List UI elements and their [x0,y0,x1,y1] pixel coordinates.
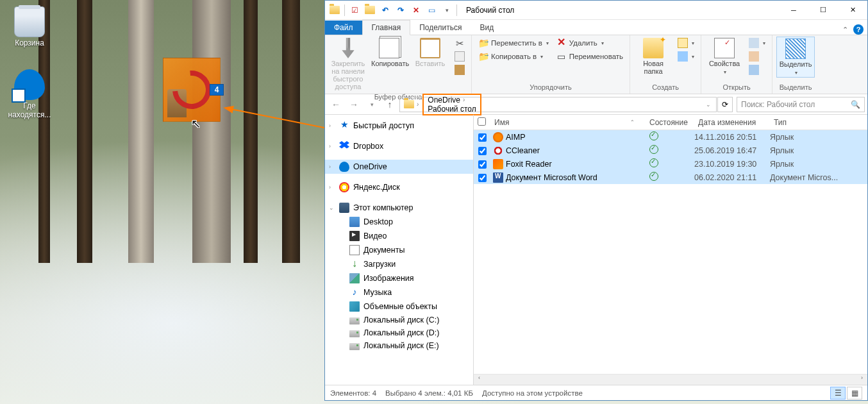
column-type[interactable]: Тип [770,118,867,127]
file-row[interactable]: AIMP14.11.2016 20:51Ярлык [474,130,867,144]
minimize-button[interactable]: ─ [779,1,808,20]
copy-to-button[interactable]: Копировать в▾ [476,50,551,63]
qat-redo[interactable]: ↷ [394,3,408,17]
row-checkbox[interactable] [474,159,490,168]
nav-forward-button[interactable]: → [346,96,362,113]
pin-icon [338,38,358,58]
copy-button[interactable]: Копировать [370,37,408,69]
scroll-left-button[interactable]: ‹ [474,375,485,385]
breadcrumb-root[interactable]: › [401,100,422,108]
nav-videos[interactable]: Видео [325,229,473,243]
breadcrumb-desktop[interactable]: Рабочий стол [425,105,478,114]
nav-pictures[interactable]: Изображения [325,271,473,285]
synced-icon [649,158,658,167]
nav-this-pc[interactable]: ⌄Этот компьютер [325,201,473,215]
address-dropdown-icon[interactable]: ⌄ [702,101,715,108]
file-type: Документ Micros... [770,173,867,182]
nav-desktop[interactable]: Desktop [325,215,473,229]
qat-rename[interactable]: ▭ [424,3,438,17]
ribbon-collapse-icon[interactable]: ⌃ [842,26,848,34]
file-row[interactable]: Документ Microsoft Word06.02.2020 21:11Д… [474,171,867,184]
history-button[interactable] [746,63,768,76]
view-icons-button[interactable]: ▦ [847,387,862,400]
nav-documents[interactable]: Документы [325,243,473,257]
column-name[interactable]: Имя⌃ [490,118,646,127]
row-checkbox[interactable] [474,146,490,155]
qat-new-folder[interactable] [363,3,377,17]
copy-path-button[interactable] [452,50,467,63]
maximize-button[interactable]: ☐ [808,1,838,20]
view-details-button[interactable]: ☰ [830,387,846,400]
file-list[interactable]: AIMP14.11.2016 20:51ЯрлыкCCleaner25.06.2… [474,130,867,374]
pin-to-quick-access-button[interactable]: Закрепить на панели быстрого доступа [329,37,367,92]
properties-button[interactable]: Свойства▾ [705,37,744,76]
search-input[interactable]: Поиск: Рабочий стол 🔍 [737,97,865,112]
easy-access-button[interactable]: ▾ [675,50,697,63]
titlebar[interactable]: ☑ ↶ ↷ ✕ ▭ ▾ Рабочий стол ─ ☐ ✕ [325,1,867,20]
nav-drive-e[interactable]: Локальный диск (E:) [325,339,473,352]
nav-drive-c[interactable]: Локальный диск (C:) [325,314,473,326]
rename-button[interactable]: ▭Переименовать [554,50,626,63]
paste-shortcut-button[interactable] [452,63,467,76]
new-item-button[interactable]: ▾ [675,37,697,49]
open-button[interactable]: ▾ [746,37,768,49]
row-checkbox[interactable] [474,132,490,141]
nav-quick-access[interactable]: ›★Быстрый доступ [325,119,473,133]
scissors-icon: ✂ [455,38,465,48]
move-to-button[interactable]: Переместить в▾ [476,37,551,49]
breadcrumb-onedrive[interactable]: OneDrive› [425,96,478,105]
file-state [646,158,694,169]
column-state[interactable]: Состояние [646,118,694,127]
select-button[interactable]: Выделить▾ [776,37,815,78]
desktop-icon-label: Где находятся... [5,101,54,119]
paste-button[interactable]: Вставить [411,37,449,69]
nav-yandex-disk[interactable]: ›Яндекс.Диск [325,180,473,194]
file-explorer-window: ☑ ↶ ↷ ✕ ▭ ▾ Рабочий стол ─ ☐ ✕ Файл Глав… [324,0,868,401]
nav-recent-button[interactable]: ▾ [363,96,380,113]
close-button[interactable]: ✕ [838,1,867,20]
navigation-pane[interactable]: ›★Быстрый доступ ›Dropbox ›OneDrive ›Янд… [325,115,474,385]
tab-view[interactable]: Вид [471,21,503,35]
qat-dropdown[interactable]: ▾ [440,3,454,17]
help-icon[interactable]: ? [853,24,864,35]
nav-drive-d[interactable]: Локальный диск (D:) [325,326,473,339]
edit-icon [749,51,759,62]
ribbon-group-select: Выделить [776,82,815,92]
app-icon [328,3,342,17]
file-date: 14.11.2016 20:51 [694,133,770,142]
nav-onedrive[interactable]: ›OneDrive [325,160,473,174]
horizontal-scrollbar[interactable]: ‹ › [474,374,867,385]
desktop-icon-recycle-bin[interactable]: Корзина [5,6,54,47]
nav-music[interactable]: ♪Музыка [325,285,473,299]
file-row[interactable]: Foxit Reader23.10.2019 19:30Ярлык [474,157,867,171]
scroll-right-button[interactable]: › [856,375,867,385]
refresh-button[interactable]: ⟳ [717,97,733,112]
nav-3d-objects[interactable]: Объемные объекты [325,299,473,314]
file-state [646,172,694,183]
nav-back-button[interactable]: ← [328,96,344,113]
qat-properties[interactable]: ☑ [347,3,362,17]
delete-button[interactable]: ✕Удалить▾ [554,37,626,49]
edit-button[interactable] [746,50,768,63]
desktop-icon-onedrive-location[interactable]: Где находятся... [5,69,54,119]
new-folder-button[interactable]: Новая папка [634,37,672,76]
qat-delete[interactable]: ✕ [409,3,423,17]
synced-icon [649,145,658,154]
nav-up-button[interactable]: ↑ [381,96,398,113]
file-row[interactable]: CCleaner25.06.2019 16:47Ярлык [474,144,867,157]
nav-dropbox[interactable]: ›Dropbox [325,139,473,153]
tab-file[interactable]: Файл [325,21,362,35]
file-icon [493,132,503,142]
ribbon-group-open: Открыть [705,82,768,92]
tab-home[interactable]: Главная [362,20,411,35]
synced-icon [649,131,658,140]
row-checkbox[interactable] [474,173,490,181]
file-date: 25.06.2019 16:47 [694,146,770,155]
address-box[interactable]: › OneDrive› Рабочий стол ⌄ [399,97,717,112]
qat-undo[interactable]: ↶ [378,3,392,17]
column-modified[interactable]: Дата изменения [694,118,770,127]
tab-share[interactable]: Поделиться [410,21,471,35]
nav-downloads[interactable]: ↓Загрузки [325,257,473,271]
cut-button[interactable]: ✂ [452,37,467,49]
column-checkbox[interactable] [474,117,490,128]
